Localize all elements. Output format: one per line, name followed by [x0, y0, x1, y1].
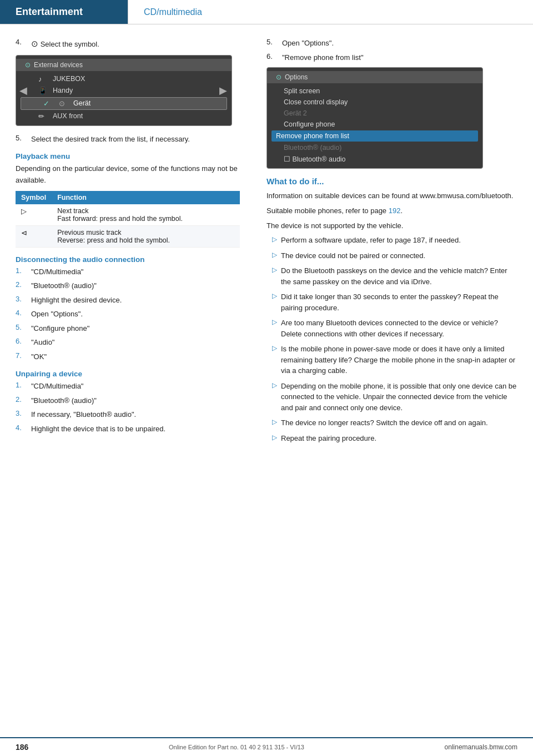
bullet-text: Repeat the pairing procedure.	[281, 433, 517, 444]
step-num: 2.	[16, 395, 31, 406]
main-content: 4. ⊙ Select the symbol. ◀ ⊙ External dev…	[0, 24, 533, 448]
right-column: 5. Open "Options". 6. "Remove phone from…	[255, 38, 533, 448]
bullet-arrow-icon: ▷	[272, 418, 281, 429]
external-devices-icon: ⊙	[25, 61, 31, 69]
options-menu-item: ☐ Bluetooth® audio	[267, 153, 482, 165]
bullet-item: ▷Repeat the pairing procedure.	[266, 433, 517, 444]
unpair-step: 3.If necessary, "Bluetooth® audio".	[16, 409, 240, 420]
options-menu-item: Configure phone	[267, 119, 482, 130]
step-6-right-num: 6.	[266, 52, 282, 63]
nav-arrow-left: ◀	[19, 84, 27, 97]
step-num: 3.	[16, 295, 31, 306]
step-5-right-text: Open "Options".	[282, 38, 517, 49]
options-icon: ⊙	[276, 73, 281, 81]
disconnect-title: Disconnecting the audio connection	[16, 255, 240, 264]
bullet-item: ▷Is the mobile phone in power-save mode …	[266, 344, 517, 376]
step-5-left: 5. Select the desired track from the lis…	[16, 134, 240, 145]
table-row-prev: ⊲ Previous music track Reverse: press an…	[16, 225, 240, 247]
unpair-step: 2."Bluetooth® (audio)"	[16, 395, 240, 406]
handy-icon: 📱	[38, 87, 48, 95]
left-column: 4. ⊙ Select the symbol. ◀ ⊙ External dev…	[0, 38, 255, 448]
options-menu-item: Close control display	[267, 97, 482, 108]
what-to-do-title: What to do if...	[266, 177, 517, 186]
bullet-text: The device no longer reacts? Switch the …	[281, 417, 517, 429]
step-text: "Bluetooth® (audio)"	[31, 395, 240, 406]
bullet-item: ▷The device no longer reacts? Switch the…	[266, 417, 517, 429]
step-num: 7.	[16, 351, 31, 362]
header-entertainment: Entertainment	[0, 0, 128, 24]
step-4-text: ⊙ Select the symbol.	[31, 38, 240, 51]
step-5-left-text: Select the desired track from the list, …	[31, 134, 240, 145]
device-item-aux: ✏ AUX front	[16, 110, 232, 122]
gerat-icon: ⊙	[59, 99, 69, 108]
function-prev: Previous music track Reverse: press and …	[52, 225, 240, 247]
function-next: Next track Fast forward: press and hold …	[52, 204, 240, 226]
bullet-text: Is the mobile phone in power-save mode o…	[281, 344, 517, 376]
body-text-3: The device is not supported by the vehic…	[266, 220, 517, 232]
step-num: 1.	[16, 381, 31, 392]
step-text: "Bluetooth® (audio)"	[31, 280, 240, 291]
bullet-arrow-icon: ▷	[272, 292, 281, 313]
step-5-left-num: 5.	[16, 134, 31, 145]
playback-menu-desc: Depending on the particular device, some…	[16, 163, 240, 187]
bullet-arrow-icon: ▷	[272, 251, 281, 261]
bullet-item: ▷Did it take longer than 30 seconds to e…	[266, 291, 517, 313]
step-num: 4.	[16, 424, 31, 435]
step-text: "Audio"	[31, 337, 240, 348]
check-icon: ✓	[43, 99, 53, 108]
step-num: 1.	[16, 266, 31, 278]
disconnect-step: 2."Bluetooth® (audio)"	[16, 280, 240, 291]
options-screen-title: ⊙ Options	[267, 71, 482, 83]
step-text: If necessary, "Bluetooth® audio".	[31, 409, 240, 420]
step-5-right: 5. Open "Options".	[266, 38, 517, 49]
bullet-item: ▷Depending on the mobile phone, it is po…	[266, 381, 517, 414]
footer-center-text: Online Edition for Part no. 01 40 2 911 …	[169, 744, 304, 750]
bullet-item: ▷The device could not be paired or conne…	[266, 250, 517, 261]
body-text-1: Information on suitable devices can be f…	[266, 190, 517, 202]
bullet-text: Depending on the mobile phone, it is pos…	[281, 381, 517, 414]
footer-right-text: onlinemanuals.bmw.com	[445, 743, 517, 751]
bullet-text: Do the Bluetooth passkeys on the device …	[281, 265, 517, 287]
page-footer: 186 Online Edition for Part no. 01 40 2 …	[0, 737, 533, 756]
playback-menu-title: Playback menu	[16, 152, 240, 160]
jukebox-icon: ♪	[38, 75, 48, 83]
bullet-arrow-icon: ▷	[272, 381, 281, 414]
device-item-handy: 📱 Handy	[16, 85, 232, 97]
options-menu-item: Split screen	[267, 85, 482, 97]
step-text: Open "Options".	[31, 309, 240, 320]
step-4: 4. ⊙ Select the symbol.	[16, 38, 240, 51]
header-cdmultimedia: CD/multimedia	[128, 0, 533, 24]
bullet-arrow-icon: ▷	[272, 266, 281, 287]
step-text: "CD/Multimedia"	[31, 266, 240, 278]
bullet-arrow-icon: ▷	[272, 318, 281, 339]
bullet-text: Are too many Bluetooth devices connected…	[281, 317, 517, 339]
options-menu-item: Remove phone from list	[271, 130, 478, 142]
bullet-arrow-icon: ▷	[272, 235, 281, 246]
bullet-text: Perform a software update, refer to page…	[281, 235, 517, 246]
step-text: "OK"	[31, 351, 240, 362]
page-192-link[interactable]: 192	[389, 206, 401, 215]
unpair-step: 4.Highlight the device that is to be unp…	[16, 424, 240, 435]
bullet-item: ▷Perform a software update, refer to pag…	[266, 235, 517, 246]
step-text: "CD/Multimedia"	[31, 381, 240, 392]
header-entertainment-label: Entertainment	[16, 6, 83, 18]
step-5-right-num: 5.	[266, 38, 282, 49]
step-6-right: 6. "Remove phone from list"	[266, 52, 517, 63]
symbol-table: Symbol Function ▷ Next track Fast forwar…	[16, 191, 240, 248]
step-num: 5.	[16, 323, 31, 334]
symbol-prev: ⊲	[16, 225, 52, 247]
disconnect-step: 4.Open "Options".	[16, 309, 240, 320]
device-screen-title: ⊙ External devices	[16, 59, 232, 71]
step-num: 2.	[16, 280, 31, 291]
disconnect-step: 7."OK"	[16, 351, 240, 362]
header-cdmultimedia-label: CD/multimedia	[144, 7, 202, 17]
page-header: Entertainment CD/multimedia	[0, 0, 533, 24]
bullet-arrow-icon: ▷	[272, 434, 281, 444]
bullet-arrow-icon: ▷	[272, 344, 281, 376]
footer-page-num: 186	[16, 743, 28, 752]
disconnect-step: 3.Highlight the desired device.	[16, 295, 240, 306]
step-text: "Configure phone"	[31, 323, 240, 334]
step-text: Highlight the device that is to be unpai…	[31, 424, 240, 435]
table-col-function: Function	[52, 191, 240, 204]
options-menu-item: Bluetooth® (audio)	[267, 142, 482, 153]
